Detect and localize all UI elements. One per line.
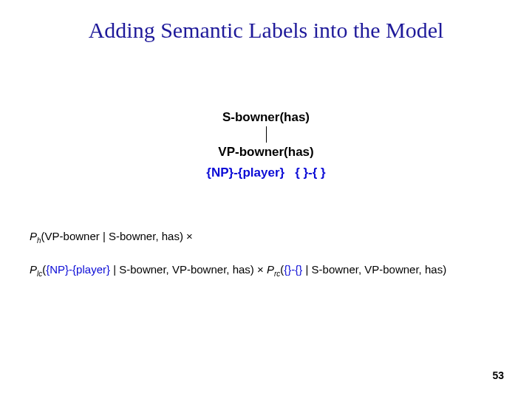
p-symbol: P xyxy=(30,230,37,242)
p-symbol-rc: P xyxy=(267,263,274,276)
p-sub-rc: rc xyxy=(274,270,280,278)
formula-line-2: Plc({NP}-{player} | S-bowner, VP-bowner,… xyxy=(30,262,502,279)
leaf-left: {NP}-{player} xyxy=(206,166,284,180)
empty-sets-term: {}-{} xyxy=(284,263,302,276)
tree-edge xyxy=(266,126,267,143)
leaf-right: { }-{ } xyxy=(295,166,326,180)
slide: Adding Semantic Labels into the Model S-… xyxy=(0,0,532,399)
parse-tree: S-bowner(has) VP-bowner(has) {NP}-{playe… xyxy=(0,111,532,180)
formula-2-mid: | S-bowner, VP-bowner, has) × xyxy=(110,263,267,276)
tree-leaves: {NP}-{player}{ }-{ } xyxy=(0,166,532,180)
formula-2-end: | S-bowner, VP-bowner, has) xyxy=(302,263,446,276)
np-player-term: {NP}-{player} xyxy=(46,263,110,276)
page-number: 53 xyxy=(492,369,504,381)
tree-mid: VP-bowner(has) xyxy=(0,146,532,158)
formula-1-body: (VP-bowner | S-bowner, has) × xyxy=(41,230,193,242)
probability-formulae: Ph(VP-bowner | S-bowner, has) × Plc({NP}… xyxy=(30,229,502,295)
tree-root: S-bowner(has) xyxy=(0,111,532,123)
slide-title: Adding Semantic Labels into the Model xyxy=(0,18,532,43)
formula-line-1: Ph(VP-bowner | S-bowner, has) × xyxy=(30,229,502,246)
p-symbol-lc: P xyxy=(30,263,37,276)
